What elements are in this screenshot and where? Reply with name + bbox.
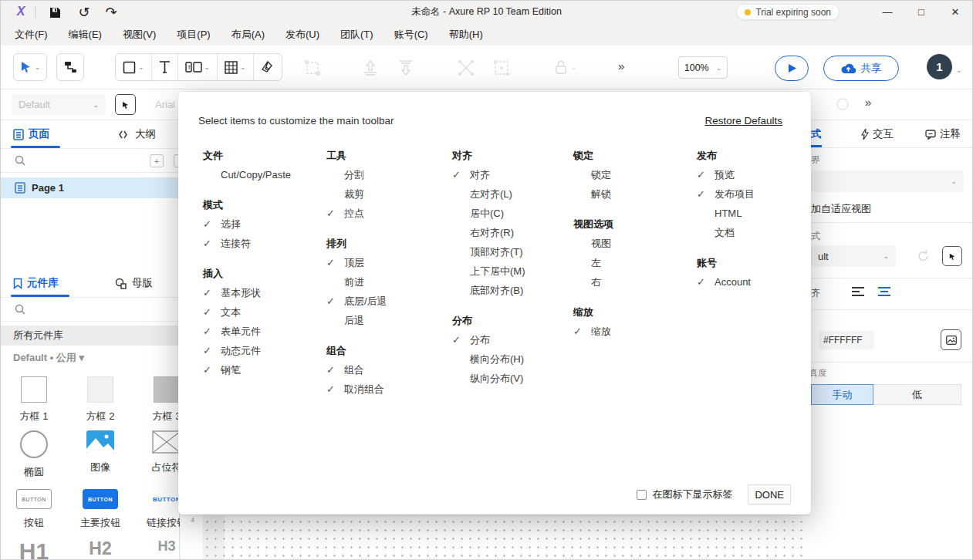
dialog-toggle-item[interactable]: ✓连接符 bbox=[203, 234, 326, 253]
widget-item[interactable]: 图像 bbox=[67, 430, 133, 474]
dialog-toggle-item[interactable]: ✓动态元件 bbox=[203, 341, 326, 360]
widget-item[interactable]: H2 bbox=[67, 538, 133, 560]
fidelity-manual-button[interactable]: 手动 bbox=[811, 384, 873, 405]
done-button[interactable]: DONE bbox=[748, 484, 791, 504]
dialog-toggle-item[interactable]: 右对齐(R) bbox=[452, 223, 573, 242]
dialog-toggle-item[interactable]: 分割 bbox=[326, 165, 452, 184]
tab-interactions[interactable]: 交互 bbox=[861, 127, 894, 141]
dialog-toggle-item[interactable]: 右 bbox=[573, 272, 697, 292]
page-list-item[interactable]: Page 1 bbox=[1, 177, 179, 198]
tab-libraries[interactable]: 元件库 bbox=[13, 276, 59, 290]
text-tool-button[interactable] bbox=[152, 54, 178, 80]
dialog-toggle-item[interactable]: ✓文本 bbox=[203, 302, 326, 322]
rectangle-tool-button[interactable]: ⌄ bbox=[116, 54, 152, 80]
dialog-toggle-item[interactable]: ✓发布项目 bbox=[697, 184, 805, 204]
restore-defaults-link[interactable]: Restore Defaults bbox=[704, 115, 782, 127]
dialog-toggle-item[interactable]: 底部对齐(B) bbox=[452, 281, 573, 300]
zoom-level-select[interactable]: 100% ⌄ bbox=[678, 56, 728, 79]
dialog-toggle-item[interactable]: 视图 bbox=[573, 234, 697, 253]
menu-item[interactable]: 布局(A) bbox=[231, 28, 265, 42]
dialog-toggle-item[interactable]: 纵向分布(V) bbox=[452, 369, 573, 388]
dialog-toggle-item[interactable]: ✓组合 bbox=[326, 360, 452, 380]
connector-tool-button[interactable] bbox=[56, 53, 84, 81]
dialog-toggle-item[interactable]: 后退 bbox=[326, 311, 452, 330]
widget-item[interactable]: 方框 2 bbox=[67, 376, 133, 423]
dialog-toggle-item[interactable]: ✓表单元件 bbox=[203, 322, 326, 341]
align-left-icon[interactable] bbox=[851, 286, 865, 297]
canvas[interactable]: 4 bbox=[180, 514, 811, 560]
style-picker-button[interactable] bbox=[942, 246, 962, 266]
dialog-toggle-item[interactable]: ✓控点 bbox=[326, 204, 452, 223]
trial-badge[interactable]: Trial expiring soon bbox=[736, 4, 840, 20]
dialog-toggle-item[interactable]: 上下居中(M) bbox=[452, 261, 573, 281]
search-icon[interactable] bbox=[15, 155, 25, 166]
dialog-toggle-item[interactable]: ✓钢笔 bbox=[203, 360, 326, 380]
pen-tool-button[interactable] bbox=[254, 54, 282, 80]
dialog-toggle-item[interactable]: ✓底层/后退 bbox=[326, 292, 452, 311]
fidelity-low-button[interactable]: 低 bbox=[873, 384, 961, 405]
menu-item[interactable]: 项目(P) bbox=[177, 28, 210, 42]
dialog-toggle-item[interactable]: 前进 bbox=[326, 272, 452, 292]
chevron-down-icon[interactable]: ⌄ bbox=[956, 66, 962, 74]
dialog-toggle-item[interactable]: ✓预览 bbox=[697, 165, 805, 184]
fill-color-field[interactable]: #FFFFFF bbox=[819, 331, 874, 349]
add-page-button[interactable]: + bbox=[150, 154, 164, 167]
redo-icon[interactable]: ↷ bbox=[102, 3, 120, 22]
menu-item[interactable]: 发布(U) bbox=[285, 28, 319, 42]
style-picker-button[interactable] bbox=[115, 94, 136, 115]
dialog-toggle-item[interactable]: 左 bbox=[573, 253, 697, 272]
dialog-toggle-item[interactable]: ✓对齐 bbox=[452, 165, 573, 184]
menu-item[interactable]: 账号(C) bbox=[394, 28, 428, 42]
account-avatar[interactable]: 1 bbox=[927, 54, 952, 79]
widget-item[interactable]: BUTTON按钮 bbox=[1, 489, 67, 530]
widget-style-select[interactable]: Default ⌄ bbox=[12, 94, 106, 115]
menu-item[interactable]: 帮助(H) bbox=[449, 28, 483, 42]
menu-item[interactable]: 编辑(E) bbox=[69, 28, 102, 42]
library-filter[interactable]: Default • 公用 ▾ bbox=[1, 349, 179, 367]
background-image-button[interactable] bbox=[941, 329, 961, 350]
menu-item[interactable]: 团队(T) bbox=[340, 28, 373, 42]
dialog-toggle-item[interactable]: 横向分布(H) bbox=[452, 349, 573, 369]
tab-masters[interactable]: 母版 bbox=[115, 276, 153, 290]
dialog-toggle-item[interactable]: 裁剪 bbox=[326, 184, 452, 204]
dialog-toggle-item[interactable]: HTML bbox=[697, 204, 805, 223]
search-icon[interactable] bbox=[15, 304, 25, 315]
tab-style[interactable]: 式 bbox=[811, 127, 822, 141]
dialog-toggle-item[interactable]: 左对齐(L) bbox=[452, 184, 573, 204]
all-libraries-bar[interactable]: 所有元件库 bbox=[1, 326, 179, 346]
minimize-button[interactable]: — bbox=[870, 1, 904, 23]
dialog-toggle-item[interactable]: ✓选择 bbox=[203, 214, 326, 234]
dialog-toggle-item[interactable]: 文档 bbox=[697, 223, 805, 242]
maximize-button[interactable]: □ bbox=[904, 1, 938, 23]
dialog-toggle-item[interactable]: ✓缩放 bbox=[573, 322, 697, 341]
dialog-toggle-item[interactable]: ✓分布 bbox=[452, 330, 573, 349]
align-center-icon[interactable] bbox=[877, 286, 891, 297]
undo-icon[interactable]: ↺ bbox=[75, 3, 93, 22]
dialog-toggle-item[interactable]: 锁定 bbox=[573, 165, 697, 184]
adaptive-views-link[interactable]: 加自适应视图 bbox=[811, 202, 871, 216]
menu-item[interactable]: 文件(F) bbox=[15, 28, 48, 42]
page-style-select[interactable]: ult ⌄ bbox=[811, 245, 896, 267]
show-labels-checkbox[interactable]: 在图标下显示标签 bbox=[637, 487, 732, 501]
select-tool-button[interactable]: ⌄ bbox=[13, 53, 47, 81]
dialog-toggle-item[interactable]: 解锁 bbox=[573, 184, 697, 204]
dimensions-select[interactable]: ⌄ bbox=[811, 170, 964, 192]
tab-pages[interactable]: 页面 bbox=[13, 127, 49, 141]
table-tool-button[interactable]: ⌄ bbox=[218, 54, 254, 80]
widget-item[interactable]: H1 bbox=[1, 538, 67, 560]
dialog-toggle-item[interactable]: ✓Account bbox=[697, 272, 805, 292]
toolbar-overflow-button[interactable]: » bbox=[618, 59, 623, 73]
dialog-toggle-item[interactable]: Cut/Copy/Paste bbox=[203, 165, 326, 184]
dialog-toggle-item[interactable]: 居中(C) bbox=[452, 204, 573, 223]
preview-button[interactable] bbox=[775, 56, 809, 81]
save-icon[interactable] bbox=[46, 3, 64, 22]
widget-item[interactable]: 方框 1 bbox=[1, 376, 67, 423]
dialog-toggle-item[interactable]: ✓取消组合 bbox=[326, 380, 452, 399]
panel-overflow-button[interactable]: » bbox=[865, 96, 870, 109]
tab-outline[interactable]: 大纲 bbox=[118, 127, 156, 141]
dialog-toggle-item[interactable]: ✓顶层 bbox=[326, 253, 452, 272]
form-tool-button[interactable]: T ⌄ bbox=[178, 54, 218, 80]
menu-item[interactable]: 视图(V) bbox=[123, 28, 156, 42]
close-button[interactable]: ✕ bbox=[938, 1, 972, 23]
share-button[interactable]: 共享 bbox=[823, 56, 899, 81]
